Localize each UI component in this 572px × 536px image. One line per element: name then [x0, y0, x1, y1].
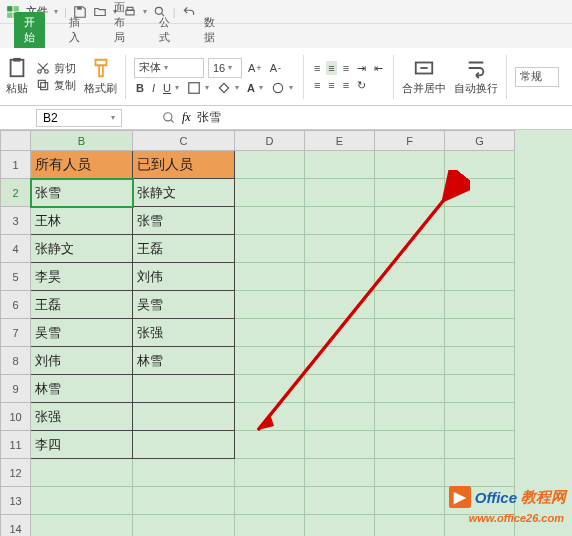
col-header[interactable]: C — [133, 131, 235, 151]
cell[interactable]: 吴雪 — [31, 319, 133, 347]
cell[interactable] — [375, 207, 445, 235]
cell[interactable]: 刘伟 — [31, 347, 133, 375]
cell[interactable] — [235, 151, 305, 179]
cell[interactable] — [375, 375, 445, 403]
cell[interactable]: 已到人员 — [133, 151, 235, 179]
cell[interactable] — [445, 291, 515, 319]
cell[interactable]: 张静文 — [31, 235, 133, 263]
cell[interactable] — [445, 403, 515, 431]
cell[interactable] — [375, 291, 445, 319]
phonetic-button[interactable]: ▾ — [269, 80, 295, 96]
row-header[interactable]: 4 — [1, 235, 31, 263]
cell[interactable] — [31, 459, 133, 487]
align-right-button[interactable]: ≡ — [341, 78, 351, 92]
cell[interactable] — [305, 375, 375, 403]
cell[interactable] — [445, 235, 515, 263]
col-header[interactable]: B — [31, 131, 133, 151]
row-header[interactable]: 9 — [1, 375, 31, 403]
cell[interactable] — [133, 459, 235, 487]
cell[interactable] — [305, 291, 375, 319]
cell[interactable] — [235, 235, 305, 263]
number-format-select[interactable]: 常规 — [515, 67, 559, 87]
cell[interactable] — [305, 459, 375, 487]
cell[interactable] — [375, 151, 445, 179]
cell[interactable] — [445, 179, 515, 207]
cell[interactable] — [305, 487, 375, 515]
row-header[interactable]: 11 — [1, 431, 31, 459]
cell[interactable] — [235, 263, 305, 291]
cell[interactable]: 张雪 — [133, 207, 235, 235]
cell[interactable]: 王磊 — [31, 291, 133, 319]
cell[interactable] — [375, 263, 445, 291]
merge-center-button[interactable]: 合并居中 — [402, 57, 446, 96]
insert-fn-icon[interactable] — [162, 111, 176, 125]
cut-button[interactable]: 剪切 — [36, 61, 76, 76]
cell[interactable] — [445, 263, 515, 291]
cell[interactable]: 刘伟 — [133, 263, 235, 291]
decrease-font-button[interactable]: A- — [268, 61, 283, 75]
row-header[interactable]: 13 — [1, 487, 31, 515]
cell[interactable] — [375, 515, 445, 537]
cell[interactable]: 张强 — [133, 319, 235, 347]
cell[interactable]: 王磊 — [133, 235, 235, 263]
cell[interactable] — [133, 487, 235, 515]
cell[interactable] — [235, 487, 305, 515]
cell[interactable] — [305, 263, 375, 291]
cell[interactable]: 张强 — [31, 403, 133, 431]
cell[interactable] — [133, 403, 235, 431]
cell[interactable] — [305, 403, 375, 431]
row-header[interactable]: 6 — [1, 291, 31, 319]
italic-button[interactable]: I — [150, 81, 157, 95]
align-top-button[interactable]: ≡ — [312, 61, 322, 75]
border-button[interactable]: ▾ — [185, 80, 211, 96]
cell[interactable] — [375, 319, 445, 347]
indent-dec-button[interactable]: ⇤ — [372, 61, 385, 76]
cell[interactable] — [445, 375, 515, 403]
copy-button[interactable]: 复制 — [36, 78, 76, 93]
cell[interactable] — [133, 375, 235, 403]
cell[interactable] — [235, 431, 305, 459]
cell[interactable] — [375, 235, 445, 263]
cell[interactable]: 李昊 — [31, 263, 133, 291]
cell[interactable] — [305, 347, 375, 375]
fill-color-button[interactable]: ▾ — [215, 80, 241, 96]
cell[interactable]: 林雪 — [133, 347, 235, 375]
active-cell[interactable]: 张雪 — [31, 179, 133, 207]
cell[interactable] — [31, 487, 133, 515]
cell[interactable] — [305, 431, 375, 459]
indent-inc-button[interactable]: ⇥ — [355, 61, 368, 76]
font-size-select[interactable]: 16▾ — [208, 58, 242, 78]
tab-pagelayout[interactable]: 页面布局 — [104, 0, 135, 48]
select-all-corner[interactable] — [1, 131, 31, 151]
cell[interactable] — [235, 459, 305, 487]
cell[interactable] — [235, 403, 305, 431]
cell[interactable]: 李四 — [31, 431, 133, 459]
cell[interactable] — [235, 291, 305, 319]
underline-button[interactable]: U▾ — [161, 81, 181, 95]
cell[interactable] — [445, 319, 515, 347]
cell[interactable] — [235, 515, 305, 537]
row-header[interactable]: 7 — [1, 319, 31, 347]
align-left-button[interactable]: ≡ — [312, 78, 322, 92]
font-color-button[interactable]: A▾ — [245, 81, 265, 95]
row-header[interactable]: 2 — [1, 179, 31, 207]
tab-formula[interactable]: 公式 — [149, 12, 180, 48]
tab-insert[interactable]: 插入 — [59, 12, 90, 48]
cell[interactable] — [305, 319, 375, 347]
cell[interactable] — [235, 319, 305, 347]
align-middle-button[interactable]: ≡ — [326, 61, 336, 75]
format-painter-button[interactable]: 格式刷 — [84, 57, 117, 96]
col-header[interactable]: D — [235, 131, 305, 151]
cell[interactable] — [375, 431, 445, 459]
formula-input[interactable]: 张雪 — [197, 109, 221, 126]
cell[interactable] — [375, 403, 445, 431]
tab-start[interactable]: 开始 — [14, 12, 45, 48]
cell[interactable]: 吴雪 — [133, 291, 235, 319]
cell[interactable] — [305, 179, 375, 207]
cell[interactable] — [235, 179, 305, 207]
cell[interactable]: 张静文 — [133, 179, 235, 207]
row-header[interactable]: 12 — [1, 459, 31, 487]
cell[interactable]: 所有人员 — [31, 151, 133, 179]
tab-data[interactable]: 数据 — [194, 12, 225, 48]
row-header[interactable]: 14 — [1, 515, 31, 537]
